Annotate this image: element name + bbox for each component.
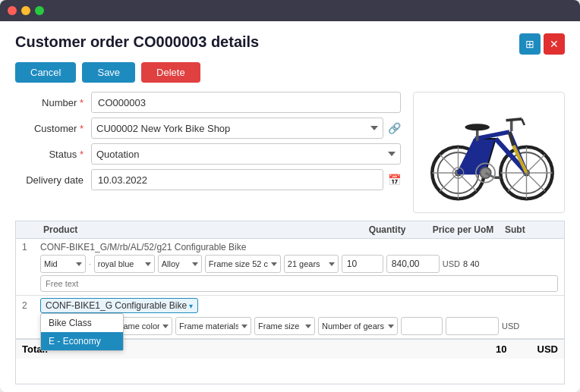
conf-chevron-icon: ▾ (189, 302, 193, 310)
table-row: 1 CONF-BIKE1_G/M/rb/AL/52/g21 Configurab… (16, 239, 564, 296)
delivery-input-row: 📅 (91, 169, 401, 190)
dropdown-item-economy[interactable]: E - Economy (41, 332, 123, 350)
svg-line-21 (509, 132, 513, 146)
minimize-button[interactable] (21, 6, 30, 15)
table-body: 1 CONF-BIKE1_G/M/rb/AL/52/g21 Configurab… (15, 238, 565, 384)
row2-dropdown-wrapper: CONF-BIKE1_G Configurable Bike ▾ Bike Cl… (40, 298, 198, 313)
col-subtotal: Subt (505, 224, 558, 235)
header-controls: ⊞ ✕ (519, 33, 565, 55)
bike-image (421, 99, 557, 205)
row2-frame-materials-select[interactable]: Frame materials (175, 317, 251, 335)
row2-dropdown-menu: Bike Class E - Economy (40, 313, 124, 351)
close-icon: ✕ (550, 38, 559, 50)
total-quantity: 10 (496, 343, 506, 355)
row1-product-name: CONF-BIKE1_G/M/rb/AL/52/g21 Configurable… (40, 242, 558, 252)
total-currency: USD (537, 343, 558, 355)
row1-framesize-select[interactable]: Frame size 52 cm (205, 255, 281, 273)
form-image-row: Number * Customer * CU00002 New York Bik… (15, 92, 565, 213)
svg-line-16 (475, 132, 509, 139)
expand-icon-button[interactable]: ⊞ (519, 33, 541, 55)
customer-label: Customer * (15, 123, 91, 134)
toolbar: Cancel Save Delete (15, 62, 565, 83)
row2-num-gears-select[interactable]: Number of gears (318, 317, 398, 335)
main-window: Customer order CO000003 details ⊞ ✕ Canc… (0, 0, 580, 392)
row2-conf-select[interactable]: CONF-BIKE1_G Configurable Bike ▾ (40, 298, 198, 313)
row1-controls: Mid · royal blue Alloy Frame size 52 cm (40, 255, 558, 273)
cancel-button[interactable]: Cancel (15, 62, 76, 83)
row1-separator: · (89, 260, 91, 268)
row1-price-input[interactable] (386, 255, 440, 273)
required-indicator: * (80, 97, 84, 108)
row1-bike-class-select[interactable]: Mid (40, 255, 86, 273)
customer-select[interactable]: CU00002 New York Bike Shop (91, 118, 383, 139)
col-price: Price per UoM (421, 224, 505, 235)
row2-frame-size-select[interactable]: Frame size (254, 317, 315, 335)
row2-number: 2 (22, 300, 37, 311)
delete-button[interactable]: Delete (141, 62, 200, 83)
col-product: Product (43, 224, 353, 235)
row1-number: 1 (22, 242, 37, 252)
header-row: Customer order CO000003 details ⊞ ✕ (15, 33, 565, 55)
customer-link-icon[interactable]: 🔗 (388, 122, 401, 134)
bike-image-panel (413, 92, 565, 213)
expand-icon: ⊞ (525, 38, 534, 50)
svg-point-23 (465, 124, 490, 130)
number-label: Number * (15, 97, 91, 108)
table-header: Product Quantity Price per UoM Subt (15, 221, 565, 238)
svg-line-25 (506, 119, 522, 121)
status-label: Status * (15, 149, 91, 160)
form-section: Number * Customer * CU00002 New York Bik… (15, 92, 401, 213)
delivery-date-input[interactable] (91, 169, 383, 190)
title-bar (0, 0, 580, 21)
number-row: Number * (15, 92, 401, 113)
number-input[interactable] (91, 92, 401, 113)
row1-quantity-input[interactable] (342, 255, 383, 273)
customer-select-row: CU00002 New York Bike Shop 🔗 (91, 118, 401, 139)
maximize-button[interactable] (35, 6, 44, 15)
status-select[interactable]: Quotation (91, 143, 401, 165)
dropdown-item-bike-class[interactable]: Bike Class (41, 314, 123, 332)
row2-price-input[interactable] (446, 317, 499, 335)
save-button[interactable]: Save (82, 62, 135, 83)
row1-currency: USD (443, 259, 460, 268)
delivery-row: Delivery date 📅 (15, 169, 401, 190)
calendar-icon[interactable]: 📅 (388, 174, 401, 186)
content-area: Customer order CO000003 details ⊞ ✕ Canc… (0, 21, 580, 392)
customer-row: Customer * CU00002 New York Bike Shop 🔗 (15, 118, 401, 139)
row1-gears-select[interactable]: 21 gears (284, 255, 339, 273)
col-quantity: Quantity (353, 224, 421, 235)
total-right: 10 USD (496, 343, 558, 355)
svg-line-26 (522, 119, 525, 125)
window-close-button[interactable]: ✕ (544, 33, 565, 55)
row2-conf-row: 2 CONF-BIKE1_G Configurable Bike ▾ Bike … (22, 298, 558, 313)
row1-material-select[interactable]: Alloy (158, 255, 202, 273)
delivery-label: Delivery date (15, 174, 91, 186)
row2-conf-label: CONF-BIKE1_G Configurable Bike (46, 300, 187, 311)
row1-free-text-input[interactable] (40, 275, 558, 292)
table-row-2: 2 CONF-BIKE1_G Configurable Bike ▾ Bike … (16, 296, 564, 339)
row1-subtotal: 8 40 (463, 259, 479, 268)
row2-currency: USD (502, 321, 519, 331)
close-button[interactable] (8, 6, 17, 15)
svg-rect-29 (494, 177, 501, 180)
page-title: Customer order CO000003 details (15, 33, 259, 51)
row1-color-select[interactable]: royal blue (94, 255, 155, 273)
status-row: Status * Quotation (15, 143, 401, 165)
row2-quantity-input[interactable] (401, 317, 443, 335)
